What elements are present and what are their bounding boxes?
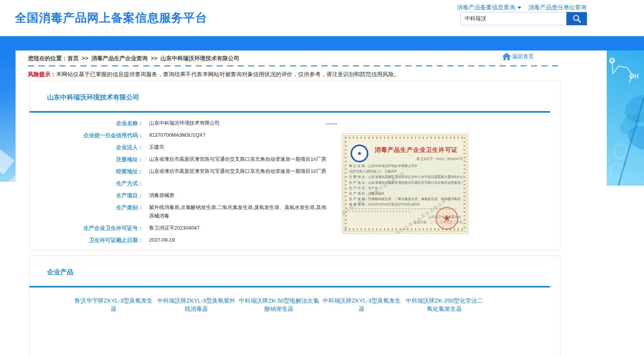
card-divider	[30, 286, 550, 287]
main-content: 您现在的位置： 首页 >> 消毒产品生产企业查询 >> 山东中科瑞沃环境技术有限…	[16, 51, 573, 357]
search-button[interactable]	[566, 12, 587, 25]
search-bar	[460, 12, 587, 25]
image-artifact-dash	[326, 124, 337, 124]
certificate-title: 消毒产品生产企业卫生许可证	[375, 146, 464, 154]
site-header: 全国消毒产品网上备案信息服务平台 消毒产品备案信息查询 消毒产品责任单位查询	[0, 0, 644, 36]
breadcrumb-enterprise-query-link[interactable]: 消毒产品生产企业查询	[91, 55, 148, 62]
field-row: 企业名称： 山东中科瑞沃环境技术有限公司	[30, 119, 363, 127]
search-icon	[572, 14, 582, 23]
field-value: 王建亮	[149, 143, 164, 152]
nav-responsible-unit-query-label: 消毒产品责任单位查询	[528, 4, 587, 11]
card-divider	[30, 111, 550, 113]
molecule-illustration: OH O	[607, 51, 644, 186]
certificate-line: 法定代表人(或负责人)：王建亮※	[349, 169, 463, 174]
field-row: 生产企业卫生许可证号： 鲁卫消证字202304047	[30, 224, 363, 232]
field-value: 2027-09-19	[149, 236, 175, 244]
breadcrumb-separator: >>	[151, 55, 157, 61]
breadcrumb-prefix: 您现在的位置：	[28, 55, 68, 62]
background-art-left	[0, 51, 16, 182]
nav-registration-query-link[interactable]: 消毒产品备案信息查询	[457, 4, 521, 11]
field-row: 注册地址： 山东省潍坊市高新区潍安路与宝通街交叉路口东北角自动变速器一期项目1#…	[30, 155, 363, 164]
nav-responsible-unit-query-link[interactable]: 消毒产品责任单位查询	[528, 4, 587, 11]
field-label: 注册地址：	[30, 155, 143, 164]
home-icon	[502, 53, 511, 60]
field-label: 企业统一社会信用代码：	[30, 131, 143, 139]
certificate-number: 鲁卫消证字〔2023〕第04047号	[417, 157, 463, 162]
field-row: 生产类别： 紫外线消毒器,次氯酸钠发生器,二氧化氯发生器,臭氧发生器、臭氧水发生…	[30, 203, 363, 220]
field-label: 企业名称：	[30, 119, 143, 127]
certificate-line: 有 效 期 限：2023年9月20日至2027年9月19日※	[349, 202, 463, 207]
certificate-line: 注 册 地 址：山东省潍坊高新区玉清东街以北中心次干道以西高新大厦902办公室	[349, 174, 463, 179]
field-label: 生产项目：	[30, 191, 143, 200]
product-link[interactable]: 中科瑞沃牌ZK-50型电解法次氯酸钠发生器	[238, 296, 320, 313]
company-products-card: 企业产品 鲁沃华宇牌ZKYL-3型臭氧发生器 中科瑞沃牌ZKYL-3型臭氧紫外线…	[29, 256, 561, 357]
field-row: 生产方式：	[30, 179, 363, 188]
field-label: 企业法人：	[30, 143, 143, 152]
certificate-body: 单 位 名 称：山东中科瑞沃环境技术有限公司※ 法定代表人(或负责人)：王建亮※…	[349, 163, 463, 207]
certificate-border-ornament	[345, 137, 465, 139]
health-commission-emblem-icon	[351, 145, 368, 162]
products-grid: 鲁沃华宇牌ZKYL-3型臭氧发生器 中科瑞沃牌ZKYL-3型臭氧紫外线消毒器 中…	[72, 296, 522, 319]
breadcrumb-separator: >>	[82, 55, 89, 61]
decor-shape	[0, 150, 14, 175]
certificate-line: 生 产 方 式：生产※	[349, 185, 463, 191]
certificate-border-ornament	[345, 138, 347, 230]
certificate-line: 生 产 地 址：山东省潍坊市高新区潍安路与宝通街交叉路口东北角自动变速器一期项目…	[349, 180, 463, 185]
certificate-line: 单 位 名 称：山东中科瑞沃环境技术有限公司※	[349, 163, 463, 169]
back-home-label: 返回首页	[512, 53, 534, 60]
company-name-title: 山东中科瑞沃环境技术有限公司	[47, 93, 139, 102]
certificate-line: 生 产 项 目：消毒器械※	[349, 191, 463, 196]
breadcrumb-current: 山东中科瑞沃环境技术有限公司	[160, 55, 239, 62]
dashed-divider	[28, 65, 561, 66]
field-row: 企业统一社会信用代码： 91370700MA3M3U1QX7	[30, 131, 363, 139]
field-value: 山东中科瑞沃环境技术有限公司	[149, 119, 220, 127]
field-label: 生产类别：	[30, 203, 143, 220]
certificate-line: 生 产 类 别：次氯酸钠发生器、二氧化氯发生器、臭氧发生器、紫外线消毒器	[349, 196, 463, 202]
risk-notice: 风险提示：本网站仅基于已掌握的信息提供查询服务，查询结果不代表本网站对被查询对象…	[28, 71, 399, 78]
license-certificate-image: 全国消毒产品网上备案信息服务平台 全国消毒产品网上备案信息服务平台 消毒产品生产…	[342, 134, 468, 233]
products-section-title: 企业产品	[47, 268, 73, 277]
field-label: 经营地址：	[30, 167, 143, 176]
banner-strip	[0, 36, 644, 51]
field-label: 生产企业卫生许可证号：	[30, 224, 143, 232]
breadcrumb: 您现在的位置： 首页 >> 消毒产品生产企业查询 >> 山东中科瑞沃环境技术有限…	[28, 53, 561, 64]
top-nav: 消毒产品备案信息查询 消毒产品责任单位查询	[457, 4, 587, 11]
product-link[interactable]: 中科瑞沃牌ZK-200型化学法二氧化氯发生器	[403, 296, 486, 313]
nav-registration-query-label: 消毒产品备案信息查询	[457, 4, 515, 11]
field-label: 生产方式：	[30, 179, 143, 188]
svg-text:O: O	[610, 57, 614, 63]
company-fields: 企业名称： 山东中科瑞沃环境技术有限公司 企业统一社会信用代码： 9137070…	[30, 119, 363, 248]
back-home-button[interactable]: 返回首页	[502, 53, 534, 60]
site-title: 全国消毒产品网上备案信息服务平台	[15, 10, 207, 26]
risk-notice-label: 风险提示：	[28, 71, 56, 77]
chevron-down-icon	[517, 7, 521, 9]
field-row: 企业法人： 王建亮	[30, 143, 363, 152]
field-value: 山东省潍坊市高新区潍安路与宝通街交叉路口东北角自动变速器一期项目1#厂房	[149, 167, 326, 176]
field-value: 紫外线消毒器,次氯酸钠发生器,二氧化氯发生器,臭氧发生器、臭氧水发生器,其他器械…	[149, 203, 328, 220]
field-row: 卫生许可证截止日期： 2027-09-19	[30, 236, 363, 244]
background-art-right: OH O	[607, 51, 644, 186]
field-value: 91370700MA3M3U1QX7	[149, 131, 205, 139]
field-label: 卫生许可证截止日期：	[30, 236, 143, 244]
page: { "header": { "title": "全国消毒产品网上备案信息服务平台…	[0, 0, 644, 357]
field-row: 经营地址： 山东省潍坊市高新区潍安路与宝通街交叉路口东北角自动变速器一期项目1#…	[30, 167, 363, 176]
breadcrumb-home-link[interactable]: 首页	[68, 55, 79, 62]
field-value: 鲁卫消证字202304047	[149, 224, 200, 232]
product-link[interactable]: 鲁沃华宇牌ZKYL-3型臭氧发生器	[72, 296, 155, 313]
product-link[interactable]: 中科瑞沃牌ZKYL-3型臭氧紫外线消毒器	[155, 296, 238, 313]
risk-notice-text: 本网站仅基于已掌握的信息提供查询服务，查询结果不代表本网站对被查询对象信用状况的…	[56, 71, 400, 77]
search-input[interactable]	[460, 12, 566, 25]
field-row: 生产项目： 消毒器械类	[30, 191, 363, 200]
field-value: 山东省潍坊市高新区潍安路与宝通街交叉路口东北角自动变速器一期项目1#厂房	[149, 155, 326, 164]
svg-text:OH: OH	[629, 73, 639, 80]
company-info-card: 山东中科瑞沃环境技术有限公司 企业名称： 山东中科瑞沃环境技术有限公司 企业统一…	[29, 81, 561, 251]
field-value: 消毒器械类	[149, 191, 174, 200]
product-link[interactable]: 中科瑞沃牌ZKYL-3型臭氧发生器	[320, 296, 403, 313]
